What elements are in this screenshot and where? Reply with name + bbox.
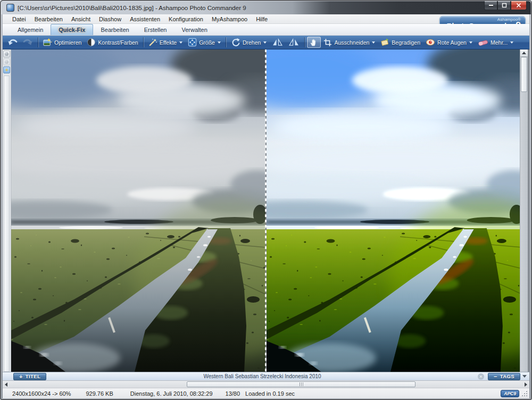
rotate-icon: [231, 38, 240, 47]
effects-button[interactable]: Effekte: [146, 37, 186, 48]
menu-ansicht[interactable]: Ansicht: [71, 16, 90, 22]
straighten-icon: [380, 38, 389, 47]
left-scroll-track[interactable]: [4, 76, 10, 372]
chevron-down-icon: [372, 41, 375, 44]
vertical-scrollbar[interactable]: [520, 49, 528, 372]
status-bar: 2400x1600x24 -> 60% 929.76 KB Dienstag, …: [3, 388, 529, 398]
photo-before[interactable]: [11, 49, 265, 372]
arrow-left-icon: [5, 382, 7, 387]
crop-button[interactable]: Ausschneiden: [321, 37, 378, 48]
status-datetime: Dienstag, 6. Juli 2010, 08:32:29: [130, 390, 213, 397]
crop-icon: [323, 38, 332, 47]
forward-arrow-icon: [23, 38, 33, 47]
red-eye-label: Rote Augen: [437, 39, 467, 46]
tab-bearbeiten[interactable]: Bearbeiten: [93, 24, 136, 35]
chevron-down-icon: [179, 41, 182, 44]
magic-wand-icon: [148, 38, 157, 47]
title-bar[interactable]: [C:\Users\sr\Pictures\2010\Bali\Bali2010…: [1, 1, 531, 14]
pan-tool-button[interactable]: [307, 37, 321, 48]
more-label: Mehr...: [491, 39, 508, 46]
back-arrow-icon: [7, 38, 18, 47]
maximize-icon: [502, 3, 507, 8]
resize-grip[interactable]: [521, 390, 527, 396]
tab-allgemein[interactable]: Allgemein: [10, 24, 51, 35]
minus-icon: −: [494, 373, 497, 380]
tags-button-label: TAGS: [500, 373, 514, 379]
arrow-right-icon: [525, 382, 527, 387]
menu-myashampoo[interactable]: MyAshampoo: [212, 16, 247, 22]
vertical-scroll-thumb[interactable]: [521, 57, 527, 92]
add-title-button[interactable]: + TITEL: [13, 373, 46, 380]
window-title: [C:\Users\sr\Pictures\2010\Bali\Bali2010…: [18, 5, 246, 11]
tab-erstellen[interactable]: Erstellen: [137, 24, 174, 35]
menu-konfiguration[interactable]: Konfiguration: [169, 16, 203, 22]
red-eye-icon: [426, 38, 435, 46]
image-workspace: [3, 49, 529, 372]
title-button-label: TITEL: [26, 373, 40, 379]
menu-datei[interactable]: Datei: [12, 16, 26, 22]
thumb-grip-icon: [301, 382, 302, 386]
horizontal-scrollbar[interactable]: [3, 380, 529, 388]
toolbar-separator: [226, 37, 226, 47]
caption-expand-button[interactable]: [521, 373, 528, 380]
tab-quick-fix[interactable]: Quick-Fix: [51, 24, 93, 35]
rotate-button[interactable]: Drehen: [228, 37, 269, 48]
app-icon: [6, 4, 14, 12]
strip-settings-button[interactable]: [3, 51, 10, 57]
horizontal-scroll-thumb[interactable]: [187, 381, 415, 387]
flip-horizontal-button[interactable]: [269, 37, 286, 47]
toolbar-separator: [143, 37, 144, 47]
contrast-colors-label: Kontrast/Farben: [98, 39, 138, 46]
back-button[interactable]: [5, 37, 20, 48]
photo-before-image: [11, 49, 265, 372]
size-button[interactable]: Größe: [185, 37, 223, 48]
menu-hilfe[interactable]: Hilfe: [256, 16, 268, 22]
status-file-size: 929.76 KB: [86, 390, 113, 397]
close-button[interactable]: [511, 1, 527, 10]
window-controls: [484, 1, 527, 10]
chevron-down-icon: [469, 41, 472, 44]
tags-button[interactable]: − TAGS: [488, 373, 520, 380]
maximize-button[interactable]: [497, 1, 511, 10]
toolbar-separator: [304, 37, 305, 47]
tab-verwalten[interactable]: Verwalten: [174, 24, 214, 35]
strip-compare-button[interactable]: [3, 59, 10, 65]
more-button[interactable]: Mehr...: [475, 38, 516, 47]
scroll-left-button[interactable]: [3, 381, 10, 388]
arrow-down-icon: [522, 375, 527, 378]
menu-assistenten[interactable]: Assistenten: [130, 16, 160, 22]
arrow-up-icon: [522, 52, 526, 54]
resize-icon: [188, 38, 197, 47]
chevron-down-icon: [218, 41, 221, 44]
status-resolution: 2400x1600x24 -> 60%: [12, 390, 71, 397]
caption-close-icon[interactable]: ×: [478, 373, 484, 380]
rotate-label: Drehen: [243, 39, 261, 46]
eraser-icon: [478, 39, 488, 46]
scroll-right-button[interactable]: [522, 381, 529, 388]
menu-bearbeiten[interactable]: Bearbeiten: [35, 16, 63, 22]
gear-icon: [5, 52, 9, 56]
scroll-up-button[interactable]: [520, 49, 528, 57]
apc9-badge: APC9: [501, 390, 519, 397]
hand-icon: [310, 38, 318, 47]
optimize-label: Optimieren: [54, 39, 81, 46]
flip-vertical-button[interactable]: [286, 37, 302, 47]
optimize-icon: [43, 38, 52, 47]
flip-vertical-icon: [288, 38, 300, 46]
menu-diashow[interactable]: Diashow: [99, 16, 121, 22]
optimize-button[interactable]: Optimieren: [40, 37, 84, 48]
strip-quickfix-button[interactable]: [3, 66, 10, 73]
minimize-button[interactable]: [484, 1, 497, 10]
status-image-counter: 13/80: [226, 390, 240, 397]
crop-label: Ausschneiden: [334, 39, 369, 46]
minimize-icon: [489, 5, 493, 6]
quickfix-toolbar: Optimieren Kontrast/Farben Effekte: [3, 36, 529, 49]
thumb-grip-icon: [300, 382, 300, 386]
red-eye-button[interactable]: Rote Augen: [423, 37, 475, 47]
photo-after[interactable]: [267, 49, 522, 372]
plus-icon: +: [19, 373, 23, 380]
forward-button[interactable]: [20, 37, 36, 48]
contrast-colors-button[interactable]: Kontrast/Farben: [84, 37, 140, 48]
caption-bar: + TITEL Western Bali Sebastian Strzeleck…: [3, 372, 529, 380]
straighten-button[interactable]: Begradigen: [378, 37, 423, 48]
